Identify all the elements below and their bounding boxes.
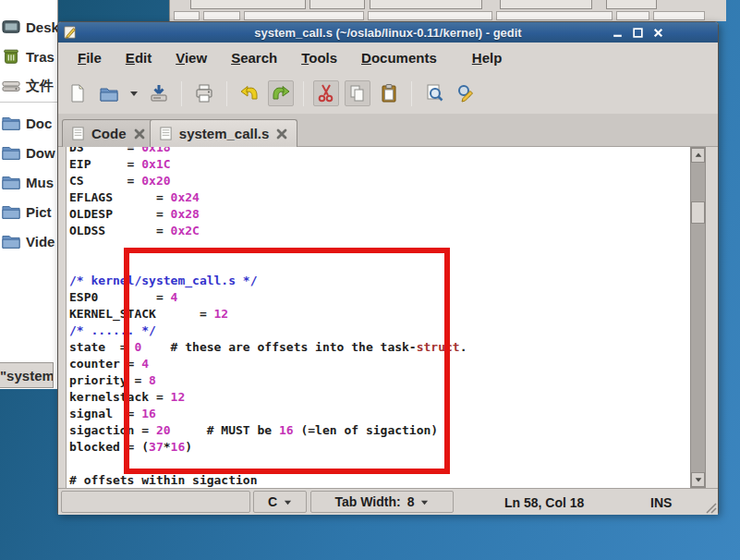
maximize-button[interactable] — [632, 27, 644, 39]
scroll-up-button[interactable] — [691, 148, 705, 163]
cut-icon — [316, 83, 336, 103]
tab-width-selector[interactable]: Tab Width: 8 — [310, 491, 454, 513]
document-icon — [71, 127, 85, 140]
code-line: /* kernel/system_call.s */ — [69, 273, 467, 289]
sidebar-item-dow[interactable]: Dow — [2, 140, 55, 164]
code-line: ESP0 = 4 — [69, 289, 467, 306]
new-document-button[interactable] — [65, 80, 91, 106]
background-window-button[interactable] — [370, 0, 482, 9]
code-line: counter = 4 — [69, 356, 467, 372]
menu-item-file[interactable]: File — [66, 48, 114, 67]
toolbar-separator — [181, 81, 182, 106]
sidebar-item-文件[interactable]: 文件 — [2, 74, 54, 98]
menu-item-documents[interactable]: Documents — [349, 48, 449, 67]
scrollbar-thumb[interactable] — [691, 201, 705, 224]
open-dropdown-arrow-button[interactable] — [127, 80, 140, 106]
trash-icon — [2, 47, 20, 66]
tab-close-icon[interactable] — [275, 128, 288, 140]
document-icon — [159, 127, 173, 140]
sidebar-item-mus[interactable]: Mus — [2, 170, 54, 194]
input-mode-indicator: INS — [650, 489, 672, 516]
folder-icon — [2, 202, 20, 221]
menu-item-view[interactable]: View — [164, 48, 219, 67]
tab-bar: Codesystem_call.s — [58, 114, 718, 147]
toolbar-separator — [303, 81, 304, 106]
menu-item-help[interactable]: Help — [460, 48, 515, 67]
sidebar-item-doc[interactable]: Doc — [2, 111, 52, 135]
menu-item-tools[interactable]: Tools — [289, 48, 349, 67]
menu-item-search[interactable]: Search — [219, 48, 289, 67]
sidebar-item-label: 文件 — [26, 78, 54, 95]
folder-icon — [2, 114, 20, 132]
code-line: CS = 0x20 — [69, 173, 467, 189]
cut-button[interactable] — [313, 80, 339, 106]
undo-icon — [239, 83, 260, 103]
paste-icon — [379, 83, 399, 103]
background-window-button[interactable] — [606, 0, 657, 9]
background-window-button[interactable] — [309, 0, 365, 9]
minimize-icon — [612, 27, 624, 39]
print-button[interactable] — [191, 80, 217, 106]
resize-grip-icon[interactable] — [704, 501, 717, 514]
background-window-field — [616, 11, 649, 20]
paste-button[interactable] — [376, 80, 402, 106]
toolbar — [58, 73, 718, 114]
redo-button[interactable] — [268, 80, 294, 106]
background-window-field — [244, 11, 364, 20]
sidebar-item-pict[interactable]: Pict — [2, 200, 52, 224]
vertical-scrollbar[interactable] — [690, 147, 706, 488]
sidebar-item-tras[interactable]: Tras — [2, 44, 55, 68]
background-window-field — [653, 11, 705, 20]
arrow-up-icon — [694, 151, 703, 160]
open-folder-button[interactable] — [96, 80, 122, 106]
code-line — [69, 256, 467, 273]
close-window-icon — [652, 27, 664, 39]
tab-close-icon[interactable] — [133, 128, 146, 140]
find-replace-button[interactable] — [453, 80, 479, 106]
dropdown-arrow-icon — [284, 498, 292, 506]
code-line: DS = 0x18 — [69, 147, 467, 156]
file-manager-statusbar: "system — [0, 362, 54, 388]
find-icon — [424, 83, 444, 103]
sidebar-item-label: Tras — [26, 49, 55, 65]
tab-label: system_call.s — [179, 126, 270, 141]
find-button[interactable] — [421, 80, 447, 106]
code-line: EIP = 0x1C — [69, 156, 467, 173]
save-button[interactable] — [146, 80, 172, 106]
dropdown-arrow-icon — [420, 498, 429, 506]
menu-item-edit[interactable]: Edit — [114, 48, 164, 67]
sidebar-item-label: Vide — [26, 234, 55, 250]
background-window-field — [368, 11, 492, 20]
language-selector[interactable]: C — [253, 491, 307, 513]
close-window-button[interactable] — [652, 27, 664, 39]
sidebar-item-desk[interactable]: Desk — [2, 15, 58, 39]
code-line — [69, 239, 467, 256]
tab-code[interactable]: Code — [62, 119, 155, 147]
code-line — [69, 456, 467, 472]
code-line: signal = 16 — [69, 406, 467, 422]
file-manager-window: DeskTras文件DocDowMusPictVide "system — [0, 0, 58, 389]
tab-width-value: 8 — [407, 494, 415, 509]
text-editor[interactable]: DS = 0x18EIP = 0x1CCS = 0x20EFLAGS = 0x2… — [66, 147, 690, 488]
undo-button[interactable] — [237, 80, 262, 106]
code-line: kernelstack = 12 — [69, 389, 467, 406]
scroll-down-button[interactable] — [691, 472, 705, 487]
minimize-button[interactable] — [612, 27, 624, 39]
copy-button[interactable] — [345, 80, 370, 106]
sidebar-item-label: Dow — [26, 145, 55, 161]
background-window-button[interactable] — [500, 0, 592, 9]
file-manager-status-text: "system — [0, 368, 54, 383]
code-line: # offsets within sigaction — [69, 472, 467, 488]
arrow-down-icon — [694, 475, 703, 484]
folder-icon — [2, 232, 20, 250]
code-line: priority = 8 — [69, 372, 467, 389]
tab-system-call-s[interactable]: system_call.s — [150, 119, 298, 147]
code-line: KERNEL_STACK = 12 — [69, 306, 467, 323]
code-line: blocked = (37*16) — [69, 439, 467, 456]
background-window-button[interactable] — [190, 0, 306, 9]
folder-icon — [2, 143, 20, 162]
toolbar-separator — [226, 81, 227, 106]
sidebar-item-vide[interactable]: Vide — [2, 229, 55, 253]
status-bar: C Tab Width: 8 Ln 58, Col 18 INS — [58, 488, 718, 515]
background-window-field — [203, 11, 240, 20]
